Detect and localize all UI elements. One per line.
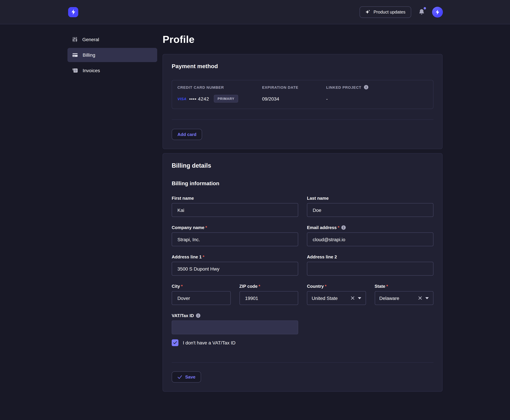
first-name-input[interactable] [172,203,298,217]
last-name-field-block: Last name [307,196,434,217]
bell-icon [418,8,425,16]
city-field-block: City* [172,284,231,305]
column-expiration-date: EXPIRATION DATE [262,85,326,89]
settings-sidebar: General Billing [68,32,157,396]
required-marker: * [259,284,260,289]
notifications-button[interactable] [418,8,425,16]
last-name-input[interactable] [307,203,434,217]
save-button[interactable]: Save [172,371,201,382]
column-card-number: CREDIT CARD NUMBER [177,85,262,89]
vat-input[interactable] [172,321,298,334]
linked-project-info-icon[interactable] [364,85,368,90]
sidebar-item-billing[interactable]: Billing [68,48,157,62]
vat-field-block: VAT/Tax ID [172,313,298,334]
no-vat-checkbox-label: I don't have a VAT/Tax ID [183,340,235,345]
avatar-bolt-icon [435,9,440,15]
account-avatar[interactable] [432,7,443,17]
billing-details-card: Billing details Billing information Firs… [163,153,442,392]
city-label: City [172,284,180,289]
zip-input[interactable] [239,291,298,305]
sidebar-item-general[interactable]: General [68,32,157,46]
page-title: Profile [163,34,442,45]
required-marker: * [338,225,339,230]
vat-label: VAT/Tax ID [172,313,194,318]
expiration-cell: 09/2034 [262,96,326,101]
last-name-label: Last name [307,196,329,201]
payment-method-card: Payment method CREDIT CARD NUMBER EXPIRA… [163,54,442,149]
sidebar-item-label: Invoices [83,68,100,73]
card-number-cell: VISA •••• 4242 PRIMARY [177,95,262,103]
credit-card-icon [72,52,78,58]
linked-project-cell: - [326,96,428,101]
sidebar-item-invoices[interactable]: Invoices [68,63,157,78]
payment-table-header: CREDIT CARD NUMBER EXPIRATION DATE LINKE… [177,85,428,90]
state-select[interactable]: Delaware [375,291,434,305]
address-line2-field-block: Address line 2 [307,254,434,276]
strapi-cloud-app: Product updates [0,0,510,420]
primary-badge: PRIMARY [214,95,238,103]
state-field-block: State* Delaware [375,284,434,305]
strapi-bolt-icon [71,9,76,15]
billing-details-title: Billing details [172,162,434,169]
email-info-icon[interactable] [341,225,346,230]
required-marker: * [181,284,183,289]
email-label: Email address [307,225,337,230]
strapi-logo[interactable] [68,7,78,17]
first-name-field-block: First name [172,196,298,217]
payment-card-row: VISA •••• 4242 PRIMARY 09/2034 - [177,95,428,103]
clear-selection-icon[interactable] [351,296,354,300]
address-line2-input[interactable] [307,262,434,276]
country-field-block: Country* United State [307,284,366,305]
masked-card-number: •••• 4242 [189,96,209,101]
payment-method-title: Payment method [172,63,434,70]
product-updates-label: Product updates [374,9,405,15]
payment-card-divider [172,120,434,120]
column-linked-project: LINKED PROJECT [326,85,428,90]
company-name-input[interactable] [172,232,298,246]
country-select[interactable]: United State [307,291,366,305]
billing-form-row-location: City* ZIP code* Country* [172,284,434,305]
chevron-down-icon [358,297,361,299]
required-marker: * [386,284,388,289]
chevron-down-icon [425,297,429,299]
vat-checkbox-row: I don't have a VAT/Tax ID [172,339,434,346]
vat-info-icon[interactable] [196,313,200,318]
company-name-label: Company name [172,225,204,230]
zip-label: ZIP code [239,284,257,289]
sidebar-item-label: General [82,37,99,42]
sparkles-icon [366,9,371,15]
sidebar-item-label: Billing [83,52,95,58]
product-updates-button[interactable]: Product updates [360,6,411,18]
sliders-icon [72,37,78,42]
add-card-button[interactable]: Add card [172,129,202,140]
notification-dot [424,7,426,9]
country-select-value: United State [312,295,347,301]
billing-form-divider [172,362,434,363]
state-label: State [375,284,385,289]
address-line1-input[interactable] [172,262,298,276]
email-field-block: Email address* [307,225,434,246]
check-icon [177,375,182,379]
state-select-value: Delaware [379,295,415,301]
invoice-icon [72,68,78,73]
clear-selection-icon[interactable] [418,296,422,300]
country-label: Country [307,284,324,289]
main-content: Profile Payment method CREDIT CARD NUMBE… [163,32,442,396]
required-marker: * [325,284,327,289]
billing-information-subtitle: Billing information [172,180,434,187]
visa-brand-logo: VISA [177,97,187,101]
topbar-actions: Product updates [360,6,443,18]
save-button-label: Save [185,375,195,380]
page-layout: General Billing [0,24,510,396]
billing-form-grid: First name Last name Company name* [172,196,434,276]
company-name-field-block: Company name* [172,225,298,246]
no-vat-checkbox[interactable] [172,339,179,346]
address-line1-field-block: Address line 1* [172,254,298,276]
address-line1-label: Address line 1 [172,254,202,259]
zip-field-block: ZIP code* [239,284,298,305]
payment-methods-table: CREDIT CARD NUMBER EXPIRATION DATE LINKE… [172,80,434,109]
city-input[interactable] [172,291,231,305]
checkbox-check-icon [173,341,177,345]
email-input[interactable] [307,232,434,246]
address-line2-label: Address line 2 [307,254,337,259]
